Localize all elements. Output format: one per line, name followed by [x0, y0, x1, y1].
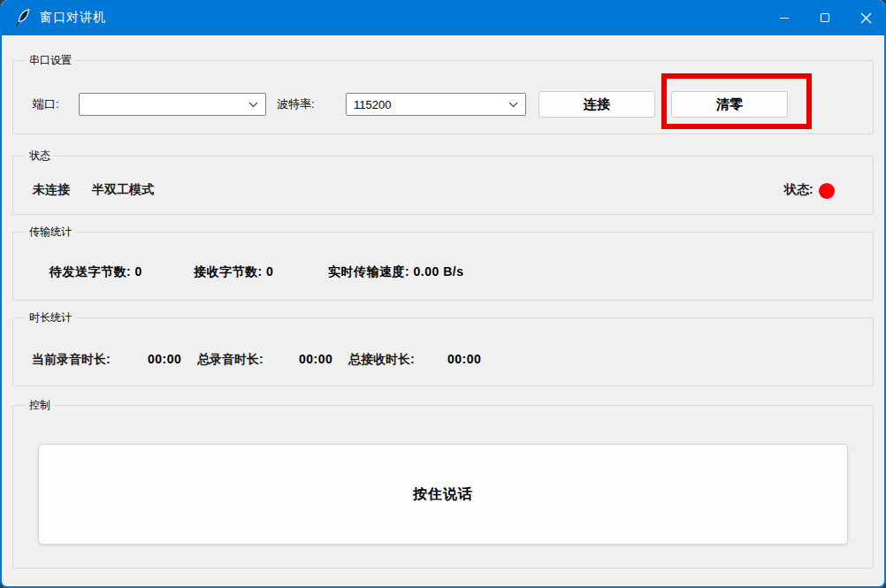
- control-group-label: 控制: [26, 398, 54, 412]
- status-indicator-dot: [819, 183, 835, 199]
- baud-combobox[interactable]: 115200: [346, 93, 526, 116]
- status-group-label: 状态: [26, 149, 54, 163]
- status-group: 状态 未连接 半双工模式 状态:: [12, 156, 874, 215]
- minimize-button[interactable]: [764, 0, 805, 35]
- baud-combobox-value: 115200: [354, 98, 391, 111]
- window-controls: [764, 0, 886, 35]
- window-title: 窗口对讲机: [40, 10, 106, 26]
- transfer-stats-group: 传输统计 待发送字节数: 0 接收字节数: 0 实时传输速度: 0.00 B/s: [12, 232, 874, 301]
- close-button[interactable]: [845, 0, 886, 35]
- duplex-mode-text: 半双工模式: [92, 182, 154, 198]
- close-icon: [860, 12, 872, 24]
- baud-label: 波特率:: [277, 96, 315, 112]
- python-feather-icon: [13, 7, 33, 28]
- minimize-icon: [779, 12, 790, 23]
- port-combobox[interactable]: [79, 93, 266, 116]
- maximize-icon: [820, 12, 830, 23]
- connection-status-text: 未连接: [33, 182, 70, 198]
- transfer-group-label: 传输统计: [26, 225, 75, 239]
- transfer-speed-stat: 实时传输速度: 0.00 B/s: [328, 264, 463, 280]
- received-bytes-stat: 接收字节数: 0: [194, 264, 273, 280]
- total-receive-duration-label: 总接收时长:: [348, 352, 415, 368]
- connect-button[interactable]: 连接: [538, 91, 655, 118]
- current-record-duration-label: 当前录音时长:: [32, 352, 111, 368]
- status-indicator-label: 状态:: [784, 182, 813, 198]
- clear-button[interactable]: 清零: [671, 91, 788, 118]
- titlebar: 窗口对讲机: [0, 0, 886, 35]
- push-to-talk-button[interactable]: 按住说话: [38, 444, 848, 545]
- control-group: 控制 按住说话: [12, 405, 874, 569]
- duration-group-label: 时长统计: [26, 310, 75, 325]
- pending-bytes-stat: 待发送字节数: 0: [50, 264, 142, 280]
- total-record-duration-label: 总录音时长:: [197, 352, 264, 368]
- serial-group-label: 串口设置: [26, 53, 75, 67]
- port-label: 端口:: [33, 96, 59, 112]
- chevron-down-icon: [248, 102, 258, 108]
- chevron-down-icon: [508, 102, 518, 108]
- duration-stats-group: 时长统计 当前录音时长: 00:00 总录音时长: 00:00 总接收时长: 0…: [12, 317, 874, 386]
- maximize-button[interactable]: [805, 0, 845, 35]
- current-record-duration-value: 00:00: [148, 352, 181, 366]
- total-record-duration-value: 00:00: [299, 352, 332, 366]
- app-window: 窗口对讲机 串口设置 端口:: [0, 0, 886, 588]
- serial-settings-group: 串口设置 端口: 波特率: 115200 连接 清零: [12, 60, 874, 134]
- total-receive-duration-value: 00:00: [447, 352, 481, 366]
